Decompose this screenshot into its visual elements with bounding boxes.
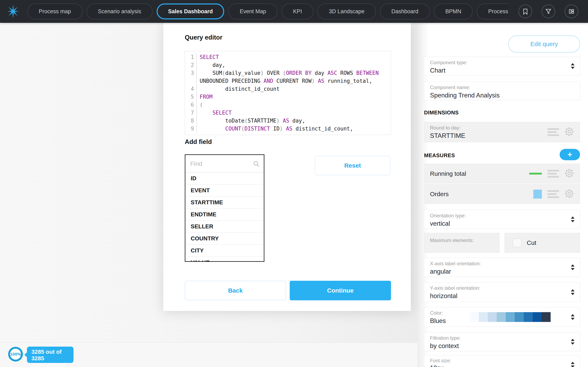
drag-handle-icon[interactable]	[548, 170, 559, 178]
stepper-icon[interactable]	[571, 63, 575, 69]
stepper-icon[interactable]	[571, 362, 575, 367]
cut-checkbox[interactable]	[513, 239, 521, 247]
gear-icon[interactable]	[565, 189, 574, 199]
selection-percent: 100%	[10, 352, 21, 357]
field-item-country[interactable]: COUNTRY	[185, 233, 264, 245]
line-number: 8	[185, 117, 197, 125]
reset-button[interactable]: Reset	[315, 156, 390, 175]
code-line: 2 day,	[185, 61, 391, 69]
measure-color-swatch	[529, 173, 542, 175]
palette-swatch	[497, 312, 506, 322]
continue-button[interactable]: Continue	[290, 281, 391, 300]
line-number: 2	[185, 61, 197, 69]
app-logo-star-icon	[5, 4, 21, 19]
component-name-value: Spending Trend Analysis	[430, 92, 580, 99]
component-type-label: Component type:	[430, 60, 580, 66]
back-button[interactable]: Back	[185, 281, 286, 300]
code-text: (	[197, 101, 388, 109]
field-item-value[interactable]: VALUE	[185, 257, 264, 262]
selection-percent-badge: 100%	[8, 347, 23, 361]
tab-scenario-analysis[interactable]: Scenario analysis	[86, 3, 153, 19]
code-line: 1SELECT	[185, 53, 391, 61]
field-search-row	[185, 155, 264, 173]
drag-handle-icon[interactable]	[548, 128, 559, 136]
line-number: 3	[185, 69, 197, 85]
x-axis-value: angular	[430, 268, 580, 275]
field-item-starttime[interactable]: STARTTIME	[185, 197, 264, 209]
line-number: 1	[185, 53, 197, 61]
code-line: 9 COUNT(DISTINCT ID) AS distinct_id_coun…	[185, 125, 391, 133]
measure-name: Orders	[430, 191, 449, 198]
field-items: IDEVENTSTARTTIMEENDTIMESELLERCOUNTRYCITY…	[185, 173, 264, 262]
gear-icon[interactable]	[565, 127, 574, 137]
blues-palette-strip	[470, 312, 551, 322]
field-item-id[interactable]: ID	[185, 173, 264, 184]
drag-handle-icon[interactable]	[548, 190, 559, 198]
orientation-type-select[interactable]: Orientation type: vertical	[424, 210, 580, 229]
component-name-field[interactable]: Component name: Spending Trend Analysis	[424, 82, 580, 100]
line-number: 7	[185, 109, 197, 117]
tab-sales-dashboard[interactable]: Sales Dashboard	[156, 3, 224, 19]
maximum-elements-input[interactable]: Maximum elements:	[424, 233, 500, 253]
stepper-icon[interactable]	[571, 314, 575, 320]
tab-bpmn[interactable]: BPMN	[434, 3, 473, 19]
edit-query-button[interactable]: Edit query	[508, 35, 580, 53]
component-settings-panel: Edit query Component type: Chart Compone…	[417, 23, 588, 367]
stepper-icon[interactable]	[571, 216, 575, 222]
measure-row-orders[interactable]: Orders	[424, 184, 580, 204]
measure-row-running-total[interactable]: Running total	[424, 164, 580, 184]
font-size-select[interactable]: Font size: 10px	[424, 355, 580, 367]
code-text: COUNT(DISTINCT ID) AS distinct_id_count,	[197, 125, 388, 133]
code-line: 5FROM	[185, 93, 391, 101]
add-measure-button[interactable]: +	[560, 149, 580, 160]
color-palette-select[interactable]: Color: Blues	[424, 307, 580, 327]
tab-dashboard[interactable]: Dashboard	[380, 3, 430, 19]
measures-heading: MEASURES	[424, 152, 455, 159]
tab-process-map[interactable]: Process map	[27, 3, 82, 19]
field-item-event[interactable]: EVENT	[185, 184, 264, 197]
nav-tabs: Process mapScenario analysisSales Dashbo…	[27, 0, 508, 23]
field-item-city[interactable]: CITY	[185, 245, 264, 257]
gear-icon[interactable]	[565, 169, 574, 179]
bookmark-icon[interactable]	[518, 4, 532, 18]
orientation-label: Orientation type:	[430, 213, 580, 218]
orientation-value: vertical	[430, 220, 580, 227]
filter-icon[interactable]	[541, 4, 555, 18]
field-item-endtime[interactable]: ENDTIME	[185, 209, 264, 221]
palette-swatch	[542, 312, 551, 322]
palette-swatch	[515, 312, 524, 322]
tab-kpi[interactable]: KPI	[282, 3, 313, 19]
dimension-row-starttime[interactable]: Round to day: STARTTIME	[424, 122, 580, 142]
maximum-elements-label: Maximum elements:	[430, 238, 499, 243]
stepper-icon[interactable]	[571, 339, 575, 345]
cut-option: Cut	[504, 233, 580, 253]
add-field-title: Add field	[185, 138, 212, 146]
x-axis-label: X-axis label orientation:	[430, 261, 580, 267]
y-axis-orientation-select[interactable]: Y-axis label orientation: horizontal	[424, 282, 580, 302]
x-axis-orientation-select[interactable]: X-axis label orientation: angular	[424, 258, 580, 277]
tab-process-audit[interactable]: Process audit	[477, 3, 508, 19]
cases-caption: cases selected	[31, 362, 73, 367]
component-type-value: Chart	[430, 67, 580, 74]
filtration-type-select[interactable]: Filtration type: by context	[424, 332, 580, 351]
nav-icon-buttons	[518, 0, 579, 23]
field-search-input[interactable]	[185, 155, 264, 172]
filtration-label: Filtration type:	[430, 335, 580, 341]
dimensions-heading: DIMENSIONS	[424, 109, 459, 116]
stepper-icon[interactable]	[571, 289, 575, 295]
cases-count: 3285 out of 3285	[31, 349, 73, 362]
stepper-icon[interactable]	[571, 264, 575, 270]
query-editor-dialog: Query editor 1SELECT2 day,3 SUM(daily_va…	[163, 23, 411, 311]
palette-swatch	[524, 312, 533, 322]
palette-swatch	[488, 312, 497, 322]
sql-code-editor[interactable]: 1SELECT2 day,3 SUM(daily_value) OVER (OR…	[185, 51, 391, 135]
tab-3d-landscape[interactable]: 3D Landscape	[318, 3, 376, 19]
layout-icon[interactable]	[564, 4, 579, 18]
code-text: SUM(daily_value) OVER (ORDER BY day ASC …	[197, 69, 388, 85]
line-number: 5	[185, 93, 197, 101]
field-item-seller[interactable]: SELLER	[185, 221, 264, 233]
y-axis-label: Y-axis label orientation:	[430, 285, 580, 291]
component-type-select[interactable]: Component type: Chart	[424, 57, 580, 75]
line-number: 6	[185, 101, 197, 109]
tab-event-map[interactable]: Event Map	[228, 3, 277, 19]
